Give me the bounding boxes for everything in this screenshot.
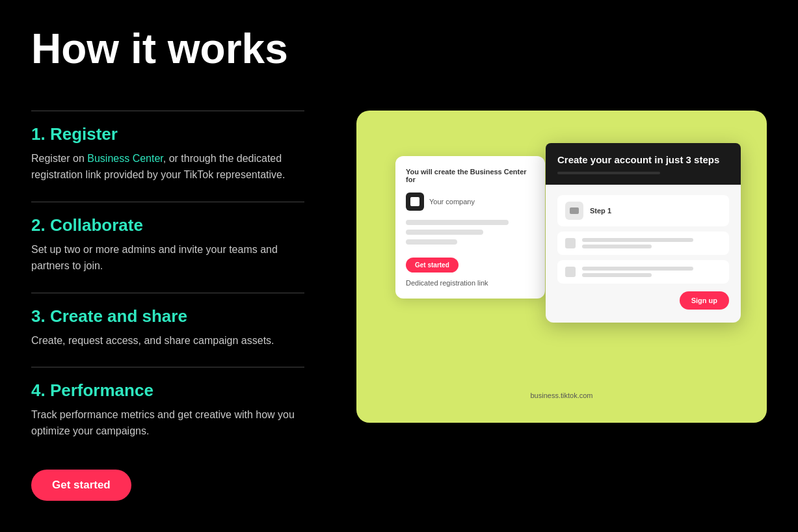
field-checkbox-1 — [565, 238, 576, 248]
sign-up-button: Sign up — [680, 291, 729, 310]
bar-3 — [406, 239, 457, 245]
field-row-2 — [557, 260, 729, 284]
step-4: 4. Performance Track performance metrics… — [31, 367, 304, 440]
illustration-panel: You will create the Business Center for … — [356, 111, 767, 423]
card-front-header: Create your account in just 3 steps — [546, 143, 741, 185]
field-checkbox-2 — [565, 267, 576, 277]
step-2-title: 2. Collaborate — [31, 215, 304, 235]
bar-group — [406, 220, 535, 245]
step-1: 1. Register Register on Business Center,… — [31, 111, 304, 183]
url-label: business.tiktok.com — [531, 392, 593, 399]
bar-1 — [406, 220, 509, 225]
card-back: You will create the Business Center for … — [395, 156, 545, 299]
field-line-1a — [582, 238, 693, 242]
step-3: 3. Create and share Create, request acce… — [31, 293, 304, 349]
page-title: How it works — [31, 26, 767, 72]
step-1-label: Step 1 — [590, 207, 611, 215]
company-icon-inner — [410, 197, 419, 206]
field-row-1 — [557, 232, 729, 255]
card-back-label: You will create the Business Center for — [406, 168, 535, 183]
step-2-description: Set up two or more admins and invite you… — [31, 242, 304, 274]
bar-2 — [406, 230, 483, 235]
progress-bar — [557, 172, 660, 174]
company-placeholder: Your company — [429, 198, 475, 206]
step-row-1: Step 1 — [557, 195, 729, 226]
steps-panel: 1. Register Register on Business Center,… — [31, 111, 304, 501]
step-1-icon — [565, 202, 583, 220]
step-icon-inner — [570, 207, 579, 214]
step-1-description: Register on Business Center, or through … — [31, 151, 304, 183]
step-3-title: 3. Create and share — [31, 306, 304, 326]
card-front: Create your account in just 3 steps Step… — [546, 143, 741, 323]
step-4-title: 4. Performance — [31, 380, 304, 401]
step-2: 2. Collaborate Set up two or more admins… — [31, 202, 304, 274]
field-lines-2 — [582, 267, 721, 277]
content-wrapper: 1. Register Register on Business Center,… — [31, 111, 767, 501]
mockup-container: You will create the Business Center for … — [382, 137, 741, 384]
field-line-1b — [582, 245, 652, 248]
company-icon — [406, 193, 424, 211]
dedicated-link-label: Dedicated registration link — [406, 279, 535, 287]
field-line-2b — [582, 273, 652, 277]
business-center-link[interactable]: Business Center — [87, 153, 163, 164]
step-1-title: 1. Register — [31, 124, 304, 144]
step-4-description: Track performance metrics and get creati… — [31, 407, 304, 440]
step-3-description: Create, request access, and share campai… — [31, 333, 304, 349]
field-line-2a — [582, 267, 693, 271]
get-started-button[interactable]: Get started — [31, 470, 131, 501]
card-back-cta: Get started — [406, 258, 459, 273]
field-lines-1 — [582, 238, 721, 248]
card-front-title: Create your account in just 3 steps — [557, 153, 729, 166]
company-row: Your company — [406, 193, 535, 211]
